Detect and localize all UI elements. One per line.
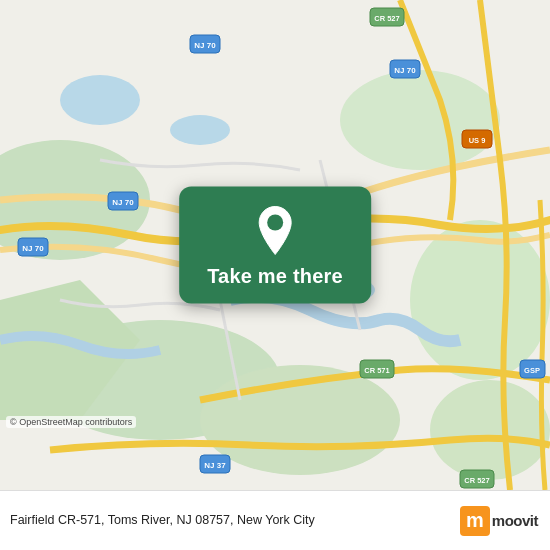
moovit-m-letter: m: [460, 506, 490, 536]
svg-point-4: [410, 220, 550, 380]
svg-text:CR 527: CR 527: [374, 14, 399, 23]
svg-text:GSP: GSP: [524, 366, 540, 375]
svg-text:US 9: US 9: [469, 136, 486, 145]
svg-text:NJ 70: NJ 70: [112, 198, 134, 207]
map-view: NJ 70 NJ 70 NJ 70 CR 527 US 9 NJ 37 CR 5…: [0, 0, 550, 490]
svg-point-9: [170, 115, 230, 145]
svg-point-3: [340, 70, 500, 170]
svg-text:NJ 70: NJ 70: [394, 66, 416, 75]
take-me-there-button[interactable]: Take me there: [179, 187, 371, 304]
bottom-bar: Fairfield CR-571, Toms River, NJ 08757, …: [0, 490, 550, 550]
svg-text:CR 571: CR 571: [364, 366, 389, 375]
svg-point-31: [267, 215, 283, 231]
moovit-name: moovit: [492, 512, 538, 529]
svg-point-8: [60, 75, 140, 125]
address-text: Fairfield CR-571, Toms River, NJ 08757, …: [10, 512, 460, 530]
moovit-logo: m moovit: [460, 506, 538, 536]
take-me-there-label: Take me there: [207, 265, 343, 288]
svg-text:NJ 70: NJ 70: [22, 244, 44, 253]
svg-point-7: [430, 380, 550, 480]
svg-text:NJ 37: NJ 37: [204, 461, 226, 470]
svg-text:NJ 70: NJ 70: [194, 41, 216, 50]
map-credit: © OpenStreetMap contributors: [6, 416, 136, 428]
svg-text:CR 527: CR 527: [464, 476, 489, 485]
location-pin-icon: [253, 205, 297, 257]
